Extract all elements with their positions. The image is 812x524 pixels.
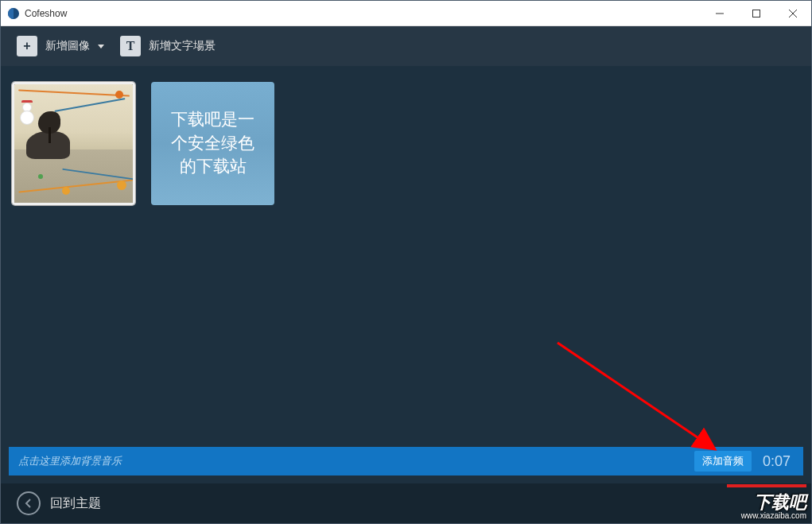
toolbar: + 新增圖像 T 新增文字場景 (1, 26, 811, 66)
snowman-icon (19, 100, 35, 124)
back-button-label[interactable]: 回到主题 (50, 495, 101, 512)
music-bar[interactable]: 点击这里添加背景音乐 添加音频 0:07 (9, 447, 803, 475)
back-icon[interactable] (17, 491, 41, 515)
add-text-scene-button[interactable]: T 新增文字場景 (120, 36, 216, 56)
duration-label: 0:07 (760, 453, 794, 470)
title-bar: Cofeshow (1, 1, 811, 26)
app-icon (7, 7, 20, 20)
chevron-down-icon[interactable] (98, 45, 104, 49)
music-placeholder: 点击这里添加背景音乐 (18, 454, 686, 468)
maximize-button[interactable] (738, 1, 775, 26)
text-icon: T (120, 36, 141, 56)
slide-text: 下载吧是一个安全绿色的下载站 (167, 108, 258, 178)
add-text-scene-label: 新增文字場景 (149, 39, 216, 53)
slide-thumb-image[interactable] (12, 82, 135, 205)
minimize-button[interactable] (701, 1, 738, 26)
slide-canvas: 下载吧是一个安全绿色的下载站 (1, 66, 811, 447)
plus-icon: + (17, 36, 37, 56)
close-button[interactable] (775, 1, 811, 26)
footer: 回到主题 (1, 483, 811, 523)
app-title: Cofeshow (25, 8, 67, 19)
add-image-label: 新增圖像 (45, 39, 90, 53)
svg-rect-2 (753, 10, 760, 17)
add-audio-button[interactable]: 添加音频 (694, 451, 752, 472)
slide-thumb-text[interactable]: 下载吧是一个安全绿色的下载站 (151, 82, 274, 205)
add-image-button[interactable]: + 新增圖像 (17, 36, 104, 56)
